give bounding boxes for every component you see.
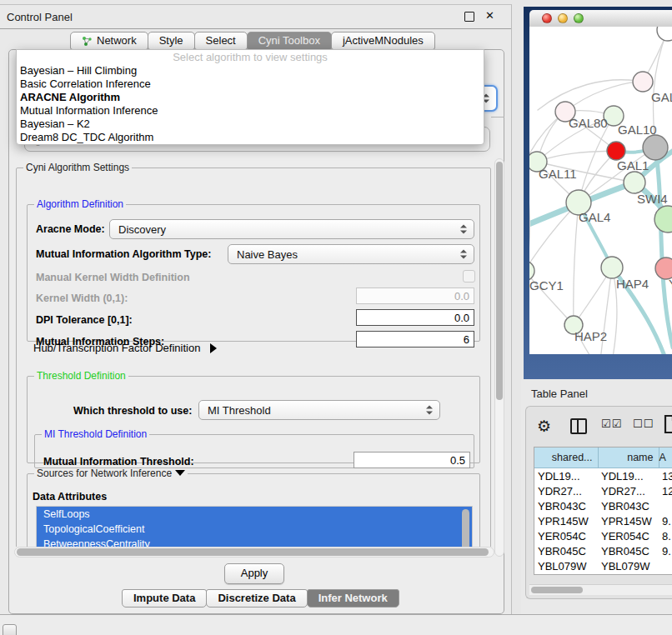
table-cell[interactable]: 9. bbox=[659, 543, 672, 558]
settings-vertical-thumb[interactable] bbox=[496, 162, 503, 400]
aracne-mode-combobox[interactable]: Discovery bbox=[109, 219, 474, 239]
apply-button[interactable]: Apply bbox=[224, 563, 284, 584]
network-node[interactable] bbox=[654, 206, 672, 232]
network-node[interactable] bbox=[643, 135, 668, 160]
table-row[interactable]: YLR345WYLR345W9. bbox=[534, 573, 672, 575]
tab-jactivemnodules[interactable]: jActiveMNodules bbox=[331, 32, 435, 50]
table-row[interactable]: YBR043CYBR043C bbox=[534, 498, 672, 513]
restore-panel-button[interactable] bbox=[3, 624, 17, 635]
table-row[interactable]: YER054CYER054C8. bbox=[534, 528, 672, 543]
list-scrollbar-thumb[interactable] bbox=[462, 509, 469, 547]
manual-kernel-checkbox bbox=[463, 270, 475, 282]
minimize-traffic-light[interactable] bbox=[558, 13, 568, 23]
column-header-a[interactable]: A bbox=[659, 448, 672, 468]
network-edge[interactable] bbox=[565, 82, 643, 112]
node-table[interactable]: shared...nameA YDL19...YDL19...13YDR27..… bbox=[534, 447, 672, 575]
tab-select[interactable]: Select bbox=[194, 32, 248, 50]
settings-horizontal-scrollbar[interactable] bbox=[14, 547, 494, 558]
control-panel-titlebar: Control Panel ✕ bbox=[0, 5, 511, 29]
network-node-hap4[interactable] bbox=[601, 257, 623, 278]
network-node[interactable] bbox=[657, 27, 672, 41]
table-row[interactable]: YBR045CYBR045C9. bbox=[534, 543, 672, 558]
which-threshold-combobox[interactable]: MI Threshold bbox=[198, 400, 440, 420]
network-canvas[interactable]: GALGAL80GAL10GAL1GAL11SWI4GAL4GCY1HAP4YH… bbox=[529, 27, 672, 354]
tab-infer-network[interactable]: Infer Network bbox=[307, 589, 399, 608]
data-attributes-list[interactable]: SelfLoopsTopologicalCoefficientBetweenne… bbox=[36, 506, 473, 547]
table-cell[interactable]: YBR045C bbox=[598, 543, 659, 558]
table-row[interactable]: YPR145WYPR145W9. bbox=[534, 513, 672, 528]
table-cell[interactable]: YDL19... bbox=[598, 468, 659, 484]
network-node-gal[interactable] bbox=[633, 72, 653, 92]
table-cell[interactable]: YBL079W bbox=[598, 558, 659, 573]
zoom-traffic-light[interactable] bbox=[574, 13, 584, 23]
network-edge[interactable] bbox=[655, 149, 672, 348]
tab-discretize-data[interactable]: Discretize Data bbox=[206, 589, 307, 608]
float-panel-icon[interactable] bbox=[464, 12, 474, 22]
control-panel-title: Control Panel bbox=[7, 11, 73, 23]
dropdown-item-mutual-information-inference[interactable]: Mutual Information Inference bbox=[17, 104, 484, 118]
network-edge[interactable] bbox=[537, 151, 616, 162]
settings-horizontal-thumb[interactable] bbox=[17, 548, 489, 556]
table-horizontal-scrollbar[interactable] bbox=[529, 584, 672, 595]
table-row[interactable]: YDL19...YDL19...13 bbox=[534, 468, 672, 484]
mi-threshold-field[interactable] bbox=[354, 452, 470, 468]
table-row[interactable]: YDR27...YDR27...12 bbox=[534, 483, 672, 498]
table-cell[interactable]: YDR27... bbox=[598, 483, 659, 498]
table-horizontal-thumb[interactable] bbox=[531, 587, 583, 593]
tab-style[interactable]: Style bbox=[148, 32, 195, 50]
table-cell[interactable]: YLR345W bbox=[534, 573, 598, 575]
table-cell[interactable]: YBL079W bbox=[534, 558, 598, 573]
mi-steps-field[interactable] bbox=[356, 331, 474, 348]
attribute-item-selfloops[interactable]: SelfLoops bbox=[37, 507, 472, 522]
gear-icon[interactable]: ⚙ bbox=[537, 417, 551, 436]
table-cell[interactable]: YBR043C bbox=[598, 498, 659, 513]
table-cell[interactable]: YDR27... bbox=[534, 483, 598, 498]
table-cell[interactable]: 8. bbox=[659, 528, 672, 543]
hub-definition-expander[interactable]: Hub/Transcription Factor Definition bbox=[33, 342, 217, 354]
table-cell[interactable]: YPR145W bbox=[598, 513, 659, 528]
network-edge[interactable] bbox=[529, 160, 530, 271]
table-cell[interactable]: YER054C bbox=[534, 528, 598, 543]
column-header-name[interactable]: name bbox=[598, 448, 659, 468]
dpi-tolerance-field[interactable] bbox=[356, 309, 474, 326]
columns-icon[interactable] bbox=[570, 418, 587, 434]
attribute-item-betweennesscentrality[interactable]: BetweennessCentrality bbox=[37, 537, 472, 547]
table-row[interactable]: YBL079WYBL079W bbox=[534, 558, 672, 573]
table-cell[interactable]: YLR345W bbox=[598, 573, 659, 575]
algorithm-dropdown-popup: Select algorithm to view settings Bayesi… bbox=[16, 49, 484, 145]
close-traffic-light[interactable] bbox=[542, 13, 552, 23]
table-cell[interactable] bbox=[659, 498, 672, 513]
attribute-item-topologicalcoefficient[interactable]: TopologicalCoefficient bbox=[37, 522, 472, 537]
tab-network[interactable]: Network bbox=[70, 32, 148, 50]
checked-boxes-icon[interactable]: ☑☑ bbox=[601, 418, 622, 430]
table-cell[interactable]: YPR145W bbox=[534, 513, 598, 528]
dropdown-item-aracne-algorithm[interactable]: ARACNE Algorithm bbox=[17, 91, 484, 104]
mi-algorithm-type-combobox[interactable]: Naive Bayes bbox=[228, 244, 474, 264]
dropdown-item-dream8-dc-tdc-algorithm[interactable]: Dream8 DC_TDC Algorithm bbox=[17, 131, 484, 144]
network-window-titlebar[interactable] bbox=[529, 10, 672, 28]
table-cell[interactable]: YDL19... bbox=[534, 468, 598, 484]
dropdown-item-bayesian-hill-climbing[interactable]: Bayesian – Hill Climbing bbox=[17, 64, 484, 78]
dropdown-item-bayesian-k2[interactable]: Bayesian – K2 bbox=[17, 118, 484, 131]
network-node-gal1[interactable] bbox=[607, 142, 625, 160]
collapse-arrow-icon bbox=[175, 470, 185, 476]
tab-cyni-toolbox[interactable]: Cyni Toolbox bbox=[247, 32, 332, 50]
table-cell[interactable]: 9. bbox=[659, 513, 672, 528]
network-node-swi4[interactable] bbox=[624, 172, 645, 193]
table-cell[interactable]: 13 bbox=[659, 468, 672, 484]
settings-vertical-scrollbar[interactable] bbox=[494, 158, 504, 557]
document-icon[interactable] bbox=[664, 415, 672, 437]
table-cell[interactable]: 9. bbox=[659, 573, 672, 575]
column-header-shared[interactable]: shared... bbox=[534, 448, 598, 468]
dropdown-item-basic-correlation-inference[interactable]: Basic Correlation Inference bbox=[17, 78, 484, 91]
table-cell[interactable]: YBR045C bbox=[534, 543, 598, 558]
unchecked-boxes-icon[interactable]: ☐☐ bbox=[633, 418, 654, 430]
table-cell[interactable]: YBR043C bbox=[534, 498, 598, 513]
table-header-row[interactable]: shared...nameA bbox=[534, 448, 672, 468]
table-cell[interactable]: 12 bbox=[659, 483, 672, 498]
network-edge[interactable] bbox=[538, 80, 643, 110]
close-panel-icon[interactable]: ✕ bbox=[485, 9, 494, 22]
tab-impute-data[interactable]: Impute Data bbox=[122, 589, 207, 608]
table-cell[interactable]: YER054C bbox=[598, 528, 659, 543]
table-cell[interactable] bbox=[659, 558, 672, 573]
